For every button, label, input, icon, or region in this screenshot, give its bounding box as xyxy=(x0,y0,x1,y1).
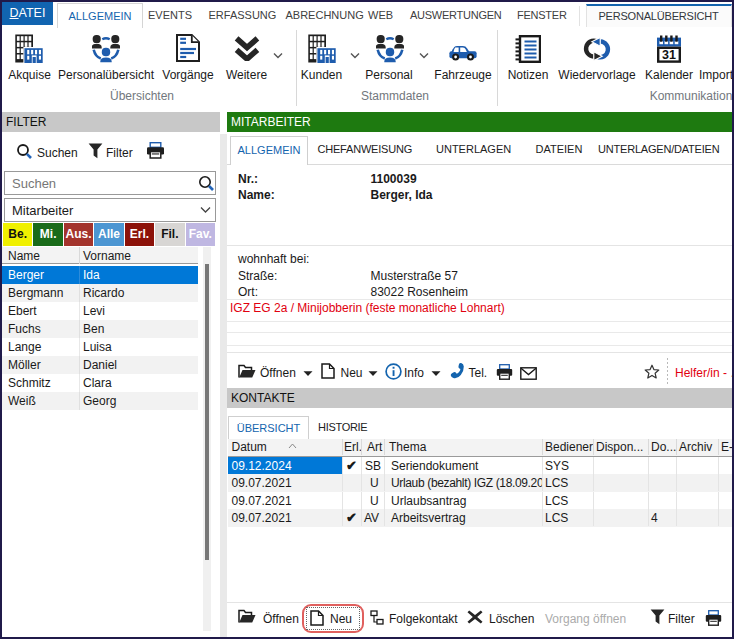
svg-text:31: 31 xyxy=(662,48,676,62)
